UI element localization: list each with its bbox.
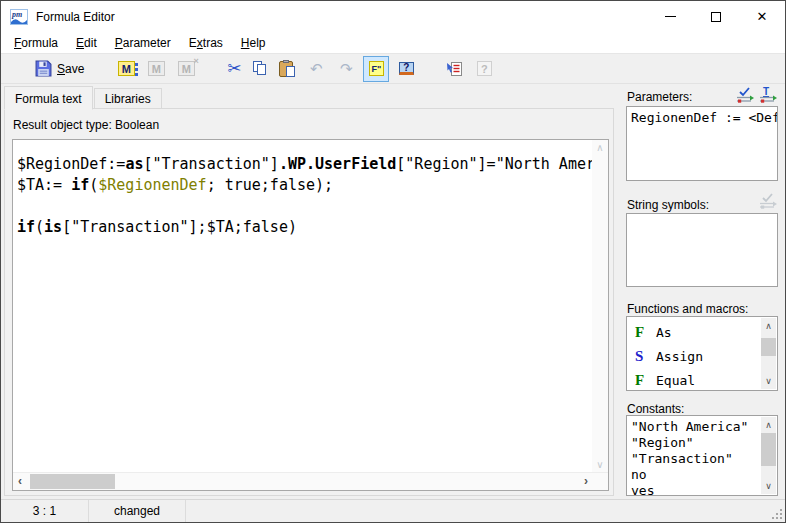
function-name: As — [656, 325, 672, 340]
function-name: Assign — [656, 349, 703, 364]
parameters-list[interactable]: RegionenDef := <Default> — [626, 106, 778, 181]
parameters-label: Parameters: — [627, 90, 692, 104]
context-help-icon: ? — [399, 62, 414, 75]
modified-status: changed — [89, 500, 186, 522]
cut-icon: ✂ — [227, 60, 241, 77]
minimize-button[interactable] — [647, 1, 693, 32]
cut-button[interactable]: ✂ — [221, 56, 247, 82]
function-item-assign[interactable]: SAssign — [631, 344, 761, 368]
constant-item[interactable]: "North America" — [631, 419, 761, 435]
menu-formula[interactable]: Formula — [5, 34, 67, 52]
tab-control: Formula textLibraries Result object type… — [4, 87, 614, 496]
menu-help[interactable]: Help — [232, 34, 275, 52]
add-macro-button[interactable]: M — [113, 56, 139, 82]
editor-horizontal-scrollbar[interactable]: ‹ › — [13, 472, 608, 490]
check-parameter-values-icon[interactable] — [736, 86, 755, 103]
close-button[interactable]: ✕ — [739, 1, 785, 32]
parameter-type-icon[interactable]: T — [759, 86, 778, 103]
maximize-icon — [711, 12, 721, 22]
constant-item[interactable]: "Transaction" — [631, 451, 761, 467]
app-icon: pm — [10, 9, 28, 25]
parameter-item[interactable]: RegionenDef := <Default> — [631, 110, 776, 126]
tab-libraries[interactable]: Libraries — [94, 88, 162, 109]
function-badge-icon: F — [635, 324, 647, 341]
menu-parameter[interactable]: Parameter — [106, 34, 180, 52]
check-formula-button[interactable] — [441, 56, 467, 82]
redo-icon: ↷ — [340, 61, 353, 76]
editor-vertical-scrollbar[interactable]: ∧ ∨ — [592, 140, 608, 472]
functions-list[interactable]: FAsSAssignFEqualFIf ∧ ∨ — [626, 316, 778, 391]
functions-scroll-thumb[interactable] — [761, 338, 776, 356]
copy-icon — [253, 61, 267, 76]
scroll-right-icon[interactable]: › — [584, 474, 588, 488]
scroll-up-icon[interactable]: ∧ — [592, 142, 608, 153]
scroll-left-icon[interactable]: ‹ — [18, 474, 22, 488]
svg-text:T: T — [763, 86, 769, 97]
result-type-label: Result object type: Boolean — [13, 118, 159, 132]
maximize-button[interactable] — [693, 1, 739, 32]
constants-list[interactable]: "North America""Region""Transaction"noye… — [626, 415, 778, 496]
string-symbols-list[interactable] — [626, 213, 778, 287]
resize-grip-icon[interactable] — [771, 508, 783, 520]
scroll-down-icon[interactable]: ∨ — [592, 459, 608, 470]
add-macro-icon: M — [118, 61, 135, 76]
constants-scroll-thumb[interactable] — [761, 433, 776, 466]
scroll-down-icon[interactable]: ∨ — [761, 481, 776, 491]
horizontal-scroll-thumb[interactable] — [30, 474, 115, 489]
delete-macro-button: M× — [173, 56, 199, 82]
delete-macro-icon: M× — [178, 61, 195, 76]
code-line: $TA:= if($RegionenDef; true;false); — [17, 175, 592, 196]
undo-icon: ↶ — [310, 61, 323, 76]
constants-scrollbar[interactable]: ∧ ∨ — [761, 417, 776, 494]
functions-scrollbar[interactable]: ∧ ∨ — [761, 318, 776, 389]
formula-code-area[interactable]: $RegionDef:=as["Transaction"].WP.UserFie… — [13, 140, 592, 472]
save-button-label: Save — [57, 62, 84, 76]
paste-icon — [279, 61, 293, 77]
check-formula-icon — [446, 61, 463, 77]
formula-editor-window: pm Formula Editor ✕ FormulaEditParameter… — [0, 0, 786, 523]
redo-button: ↷ — [333, 56, 359, 82]
syntax-highlight-icon: F" — [369, 61, 384, 76]
menu-extras[interactable]: Extras — [180, 34, 232, 52]
statusbar: 3 : 1 changed — [1, 499, 785, 522]
formula-text-page: Result object type: Boolean $RegionDef:=… — [4, 108, 614, 496]
code-line: if(is["Transaction"];$TA;false) — [17, 217, 592, 238]
syntax-highlight-toggle[interactable]: F" — [363, 56, 389, 82]
titlebar[interactable]: pm Formula Editor ✕ — [1, 1, 785, 32]
main-area: Formula textLibraries Result object type… — [1, 84, 785, 499]
code-line: $RegionDef:=as["Transaction"].WP.UserFie… — [17, 154, 592, 175]
scroll-down-icon[interactable]: ∨ — [761, 376, 776, 386]
help-button: ? — [471, 56, 497, 82]
function-item-equal[interactable]: FEqual — [631, 368, 761, 391]
paste-button[interactable] — [273, 56, 299, 82]
macro-icon: M — [148, 61, 165, 76]
function-item-as[interactable]: FAs — [631, 320, 761, 344]
cursor-position: 3 : 1 — [1, 500, 89, 522]
formula-editor-box: $RegionDef:=as["Transaction"].WP.UserFie… — [12, 139, 609, 491]
functions-label: Functions and macros: — [627, 302, 748, 316]
string-symbols-label: String symbols: — [627, 198, 709, 212]
code-line — [17, 196, 592, 217]
constant-item[interactable]: "Region" — [631, 435, 761, 451]
constant-item[interactable]: no — [631, 467, 761, 483]
copy-button[interactable] — [247, 56, 273, 82]
scroll-up-icon[interactable]: ∧ — [761, 420, 776, 430]
help-icon: ? — [477, 61, 492, 76]
save-button[interactable]: Save — [28, 56, 91, 82]
parameters-toolbar: T — [736, 86, 778, 103]
context-help-button[interactable]: ? — [393, 56, 419, 82]
undo-button: ↶ — [303, 56, 329, 82]
right-panel: Parameters: T RegionenDef — [621, 84, 780, 499]
window-controls: ✕ — [647, 1, 785, 32]
assign-badge-icon: S — [635, 348, 647, 365]
constants-label: Constants: — [627, 402, 684, 416]
close-icon: ✕ — [757, 10, 768, 23]
menu-edit[interactable]: Edit — [67, 34, 106, 52]
constant-item[interactable]: yes — [631, 483, 761, 496]
tab-formula-text[interactable]: Formula text — [4, 86, 93, 110]
menubar: FormulaEditParameterExtrasHelp — [1, 32, 785, 53]
scroll-up-icon[interactable]: ∧ — [761, 321, 776, 331]
string-symbols-icon — [759, 192, 778, 209]
svg-text:pm: pm — [11, 10, 22, 19]
toolbar: Save M M M× ✂ ↶ ↷ F" ? — [1, 53, 785, 84]
